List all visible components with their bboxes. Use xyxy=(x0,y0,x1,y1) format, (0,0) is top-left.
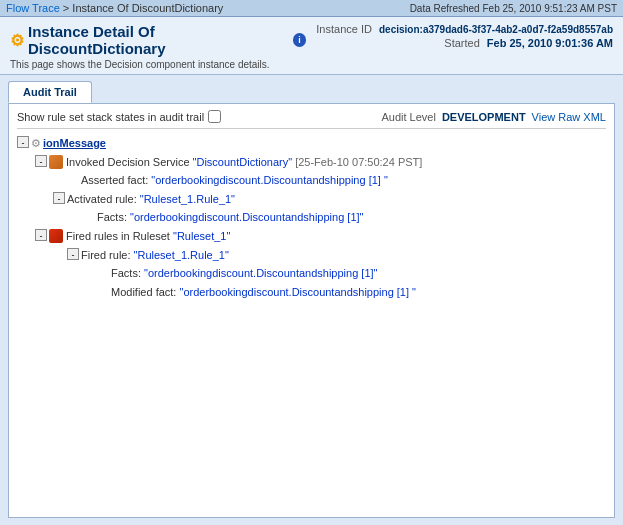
activated-label: Activated rule: "Ruleset_1.Rule_1" xyxy=(67,191,235,209)
page-icon: ⚙ xyxy=(10,31,24,50)
tab-content: Show rule set stack states in audit trai… xyxy=(8,103,615,518)
tree-toggle-fired-rule[interactable]: - xyxy=(67,248,79,260)
tree-toggle-fired-ruleset[interactable]: - xyxy=(35,229,47,241)
instance-id-label: Instance ID xyxy=(316,23,372,35)
tree-row-activated-facts: Facts: "orderbookingdiscount.Discountand… xyxy=(83,209,606,227)
gear-icon-root: ⚙ xyxy=(31,135,41,153)
tree-container: - ⚙ ionMessage - Invoked Decision Servic… xyxy=(17,135,606,301)
tree-toggle-invoked[interactable]: - xyxy=(35,155,47,167)
fired-icon xyxy=(49,229,63,243)
tree-row-fired-ruleset: - Fired rules in Ruleset "Ruleset_1" xyxy=(35,228,606,246)
root-node-label: ionMessage xyxy=(43,135,106,153)
started-label: Started xyxy=(444,37,479,49)
fired-facts-label: Facts: "orderbookingdiscount.Discountand… xyxy=(111,265,377,283)
tree-row-asserted: Asserted fact: "orderbookingdiscount.Dis… xyxy=(67,172,606,190)
audit-toolbar: Show rule set stack states in audit trai… xyxy=(17,110,606,129)
view-raw-xml-link[interactable]: View Raw XML xyxy=(532,111,606,123)
breadcrumb: Flow Trace > Instance Of DiscountDiction… xyxy=(6,2,223,14)
started-value: Feb 25, 2010 9:01:36 AM xyxy=(487,37,613,49)
breadcrumb-current: Instance Of DiscountDictionary xyxy=(72,2,223,14)
tree-row-fired-facts: Facts: "orderbookingdiscount.Discountand… xyxy=(97,265,606,283)
tree-row-activated: - Activated rule: "Ruleset_1.Rule_1" xyxy=(53,191,606,209)
info-icon[interactable]: i xyxy=(293,33,307,47)
tree-toggle-root[interactable]: - xyxy=(17,136,29,148)
tree-row-invoked: - Invoked Decision Service "DiscountDict… xyxy=(35,154,606,172)
modified-fact-label: Modified fact: "orderbookingdiscount.Dis… xyxy=(111,284,416,302)
tree-toggle-activated[interactable]: - xyxy=(53,192,65,204)
breadcrumb-sep: > xyxy=(60,2,73,14)
refresh-info: Data Refreshed Feb 25, 2010 9:51:23 AM P… xyxy=(410,3,617,14)
tree-row-fired-rule: - Fired rule: "Ruleset_1.Rule_1" xyxy=(67,247,606,265)
asserted-label: Asserted fact: "orderbookingdiscount.Dis… xyxy=(81,172,388,190)
audit-level-label: Audit Level xyxy=(381,111,435,123)
breadcrumb-flow[interactable]: Flow Trace xyxy=(6,2,60,14)
instance-id-value: decision:a379dad6-3f37-4ab2-a0d7-f2a59d8… xyxy=(379,24,613,35)
decision-icon xyxy=(49,155,63,169)
tree-row-modified: Modified fact: "orderbookingdiscount.Dis… xyxy=(97,284,606,302)
main-content: Audit Trail Show rule set stack states i… xyxy=(0,75,623,525)
invoked-label: Invoked Decision Service "DiscountDictio… xyxy=(66,154,422,172)
show-stack-label: Show rule set stack states in audit trai… xyxy=(17,111,204,123)
page-title-text: Instance Detail Of DiscountDictionary xyxy=(28,23,289,57)
tab-audit-trail[interactable]: Audit Trail xyxy=(8,81,92,103)
show-stack-checkbox[interactable] xyxy=(208,110,221,123)
top-bar: Flow Trace > Instance Of DiscountDiction… xyxy=(0,0,623,17)
fired-ruleset-label: Fired rules in Ruleset "Ruleset_1" xyxy=(66,228,230,246)
tree-row-root: - ⚙ ionMessage xyxy=(17,135,606,153)
audit-level-value: DEVELOPMENT xyxy=(442,111,526,123)
activated-facts-label: Facts: "orderbookingdiscount.Discountand… xyxy=(97,209,363,227)
page-subtitle: This page shows the Decision component i… xyxy=(10,59,306,70)
fired-rule-label: Fired rule: "Ruleset_1.Rule_1" xyxy=(81,247,229,265)
page-header: ⚙ Instance Detail Of DiscountDictionary … xyxy=(0,17,623,75)
